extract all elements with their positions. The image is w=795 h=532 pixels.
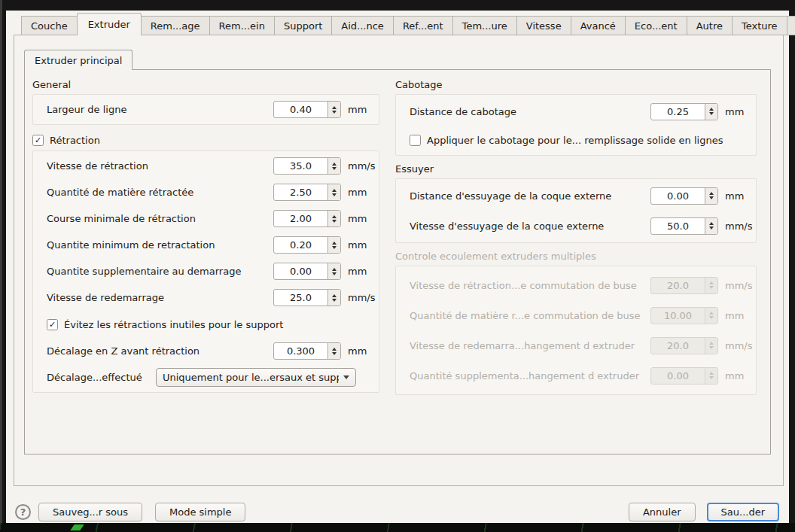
tab-support[interactable]: Support [274,16,332,35]
section-title-multi-extruder: Controle ecoulement extruders multiples [395,251,757,262]
tab-extruder[interactable]: Extruder [77,13,142,35]
spin-up-icon[interactable] [709,192,714,195]
setting-row: Distance de cabotage 0.25 mm [396,96,756,126]
avoid-retraction-support-row[interactable]: ✓ Évitez les rétractions inutiles pour l… [33,311,379,338]
prime-speed-input[interactable]: 25.0 [273,289,341,306]
unit-label: mm [341,239,379,251]
tab-refroidissement[interactable]: Ref...ent [393,16,453,35]
unit-label: mm [718,310,756,321]
spin-down-icon[interactable] [709,196,714,199]
tab-adherence[interactable]: Aid...nce [331,16,394,35]
tab-temperature[interactable]: Tem...ure [452,16,517,35]
mode-simple-button[interactable]: Mode simple [155,503,245,521]
spin-down-icon[interactable] [332,220,337,223]
spin-up-icon[interactable] [332,106,337,109]
spinner-buttons[interactable] [327,343,340,359]
spin-value[interactable]: 0.20 [274,237,327,253]
spin-value[interactable]: 50.0 [651,218,705,234]
spin-down-icon[interactable] [332,167,337,170]
line-width-input[interactable]: 0.40 [273,101,341,118]
spin-up-icon[interactable] [332,268,337,271]
spinner-buttons[interactable] [327,290,340,306]
spinner-buttons[interactable] [327,102,340,117]
zhop-mode-row: Décalage...effectué Uniquement pour le..… [33,364,379,391]
spinner-buttons[interactable] [327,211,340,226]
retraction-min-travel-input[interactable]: 2.00 [273,210,341,227]
retraction-min-amount-input[interactable]: 0.20 [273,236,341,254]
checkbox-checked-icon[interactable]: ✓ [32,135,44,146]
setting-row: Vitesse de redemarra...hangement d extru… [396,330,756,360]
spin-up-icon[interactable] [332,163,337,166]
combing-apply-row[interactable]: Appliquer le cabotage pour le... remplis… [396,126,756,154]
setting-row: Quantité supplementa...hangement d extru… [396,360,756,391]
tab-autre[interactable]: Autre [687,16,733,35]
spin-down-icon[interactable] [709,226,714,230]
tab-vitesse[interactable]: Vitesse [516,16,571,35]
spinner-buttons [705,338,717,354]
spinner-buttons [705,308,717,324]
build-plate-background [0,523,795,532]
help-icon[interactable]: ? [15,504,31,520]
spin-up-icon[interactable] [709,108,714,111]
cancel-button[interactable]: Annuler [629,503,696,521]
tab-avance[interactable]: Avancé [571,16,626,35]
retraction-enable-row[interactable]: ✓ Rétraction [32,135,379,146]
spin-down-icon[interactable] [332,193,337,196]
combing-distance-input[interactable]: 0.25 [650,103,718,120]
wipe-speed-input[interactable]: 50.0 [650,217,718,235]
unit-label: mm [341,266,379,277]
spinner-buttons[interactable] [327,158,340,174]
wipe-distance-input[interactable]: 0.00 [650,187,718,205]
spin-value[interactable]: 0.300 [274,343,327,359]
retraction-speed-input[interactable]: 35.0 [273,157,341,175]
tab-remplissage[interactable]: Rem...age [141,16,210,35]
save-as-button[interactable]: Sauveg...r sous [38,503,142,521]
spinner-buttons[interactable] [327,184,340,200]
spin-down-icon[interactable] [332,299,337,302]
spin-value[interactable]: 2.50 [274,184,327,200]
spin-value[interactable]: 0.00 [274,263,327,279]
section-title-general: General [32,79,379,90]
spin-value[interactable]: 0.25 [651,104,705,120]
spin-down-icon[interactable] [332,246,337,249]
spin-up-icon[interactable] [332,294,337,297]
spin-up-icon[interactable] [332,348,337,351]
retraction-amount-input[interactable]: 2.50 [273,184,341,201]
spinner-buttons[interactable] [327,263,340,279]
spin-down-icon[interactable] [709,112,714,115]
spin-up-icon [709,372,714,375]
spin-up-icon [709,312,714,315]
spinner-buttons[interactable] [705,188,717,204]
spin-value[interactable]: 0.00 [651,188,705,204]
spin-down-icon [709,376,714,379]
spin-down-icon[interactable] [332,272,337,275]
setting-row: Vitesse de rétraction...e commutation de… [396,270,756,300]
spin-down-icon[interactable] [332,111,337,114]
tab-gcode[interactable]: Gcode [787,16,795,35]
spinner-buttons[interactable] [705,104,717,120]
retraction-extra-prime-input[interactable]: 0.00 [273,263,341,280]
spinner-buttons[interactable] [705,218,717,234]
save-button[interactable]: Sau...der [707,503,779,521]
setting-row: Vitesse de rétraction 35.0 mm/s [33,153,379,179]
spin-up-icon[interactable] [332,215,337,218]
subtab-extruder-principal[interactable]: Extruder principal [24,50,132,70]
checkbox-checked-icon[interactable]: ✓ [47,319,58,330]
tab-remplein[interactable]: Rem...ein [209,16,275,35]
unit-label: mm/s [341,160,379,172]
spin-up-icon[interactable] [709,222,714,225]
spin-value[interactable]: 2.00 [274,211,327,226]
spin-value[interactable]: 35.0 [274,158,327,174]
spin-value[interactable]: 0.40 [274,102,327,117]
spin-down-icon[interactable] [332,352,337,355]
spin-up-icon[interactable] [332,189,337,192]
spin-value[interactable]: 25.0 [274,290,327,306]
spinner-buttons[interactable] [327,237,340,253]
zhop-mode-dropdown[interactable]: Uniquement pour le...ersaux et supports [156,368,356,387]
checkbox-unchecked-icon[interactable] [410,135,421,146]
spin-up-icon[interactable] [332,242,337,245]
tab-texture[interactable]: Texture [732,16,787,35]
tab-couche[interactable]: Couche [21,16,78,35]
tab-ecoulement[interactable]: Eco...ent [625,16,687,35]
zhop-height-input[interactable]: 0.300 [273,342,341,360]
